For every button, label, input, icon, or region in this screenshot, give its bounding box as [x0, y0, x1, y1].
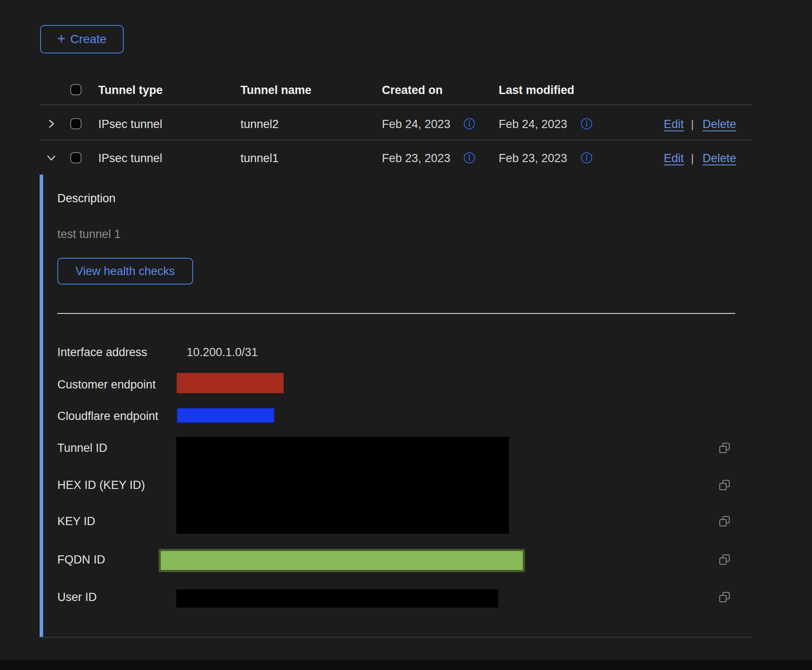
- cell-tunnel-type: IPsec tunnel: [98, 118, 162, 131]
- field-label-interface-address: Interface address: [57, 346, 147, 359]
- header-divider: [40, 104, 752, 105]
- view-health-checks-label: View health checks: [75, 265, 175, 278]
- view-health-checks-button[interactable]: View health checks: [57, 258, 193, 285]
- redacted-fqdn-id: [159, 549, 525, 572]
- column-header-last-modified: Last modified: [499, 84, 575, 97]
- redacted-cloudflare-endpoint: [177, 408, 274, 423]
- row-divider: [40, 140, 752, 141]
- row-checkbox-tunnel1[interactable]: [70, 152, 81, 163]
- copy-icon-user-id[interactable]: [718, 591, 731, 604]
- edit-link-tunnel1[interactable]: Edit: [664, 152, 684, 165]
- info-icon[interactable]: [463, 152, 475, 164]
- create-button[interactable]: + Create: [40, 25, 124, 53]
- row-checkbox-tunnel2[interactable]: [70, 118, 81, 129]
- expand-chevron-right-icon[interactable]: [45, 118, 57, 130]
- field-label-key-id: KEY ID: [57, 515, 95, 528]
- cell-last-modified: Feb 24, 2023: [499, 118, 567, 131]
- description-value: test tunnel 1: [57, 228, 121, 241]
- table-bottom-border: [40, 637, 752, 638]
- copy-icon-hex-id[interactable]: [718, 479, 731, 492]
- cell-created-on: Feb 24, 2023: [382, 118, 450, 131]
- field-label-user-id: User ID: [57, 591, 97, 604]
- action-separator: |: [691, 118, 694, 131]
- copy-icon-tunnel-id[interactable]: [718, 441, 731, 454]
- cell-created-on: Feb 23, 2023: [382, 152, 450, 165]
- cell-tunnel-name: tunnel2: [240, 118, 279, 131]
- field-label-tunnel-id: Tunnel ID: [57, 441, 107, 455]
- create-button-label: Create: [70, 32, 106, 46]
- description-label: Description: [57, 192, 116, 205]
- action-separator: |: [691, 152, 694, 165]
- plus-icon: +: [57, 31, 66, 46]
- field-label-customer-endpoint: Customer endpoint: [57, 378, 156, 391]
- redacted-customer-endpoint: [177, 373, 284, 393]
- page-bottom-strip: [0, 660, 812, 670]
- cell-tunnel-type: IPsec tunnel: [98, 152, 162, 165]
- column-header-tunnel-type: Tunnel type: [98, 84, 163, 97]
- field-value-interface-address: 10.200.1.0/31: [187, 346, 258, 359]
- field-label-cloudflare-endpoint: Cloudflare endpoint: [57, 410, 158, 423]
- delete-link-tunnel1[interactable]: Delete: [703, 152, 736, 165]
- edit-link-tunnel2[interactable]: Edit: [664, 118, 684, 131]
- info-icon[interactable]: [581, 118, 593, 130]
- section-divider: [57, 313, 735, 314]
- copy-icon-fqdn-id[interactable]: [718, 553, 731, 566]
- redacted-tunnel-ids-block: [176, 437, 509, 534]
- cell-last-modified: Feb 23, 2023: [499, 152, 567, 165]
- collapse-chevron-down-icon[interactable]: [45, 152, 57, 164]
- field-label-fqdn-id: FQDN ID: [57, 553, 105, 567]
- field-label-hex-id: HEX ID (KEY ID): [57, 479, 145, 492]
- info-icon[interactable]: [463, 118, 475, 130]
- delete-link-tunnel2[interactable]: Delete: [703, 118, 736, 131]
- tunnels-page: + Create Tunnel type Tunnel name Created…: [0, 0, 812, 670]
- expanded-row-accent-bar: [40, 175, 43, 637]
- column-header-created-on: Created on: [382, 84, 443, 97]
- column-header-tunnel-name: Tunnel name: [240, 84, 312, 97]
- redacted-user-id: [176, 589, 498, 607]
- info-icon[interactable]: [581, 152, 593, 164]
- select-all-checkbox[interactable]: [70, 84, 81, 95]
- copy-icon-key-id[interactable]: [718, 515, 731, 528]
- cell-tunnel-name: tunnel1: [240, 152, 279, 165]
